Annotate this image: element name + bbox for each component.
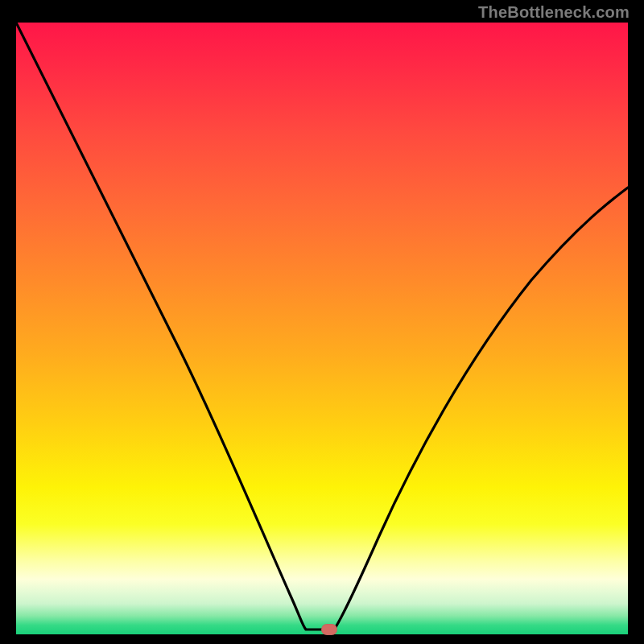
chart-plot-area — [16, 23, 628, 634]
watermark-text: TheBottleneck.com — [478, 3, 630, 22]
app-frame: TheBottleneck.com — [0, 0, 644, 644]
bottleneck-curve — [16, 23, 628, 634]
curve-path — [16, 23, 628, 630]
minimum-marker — [321, 624, 337, 635]
